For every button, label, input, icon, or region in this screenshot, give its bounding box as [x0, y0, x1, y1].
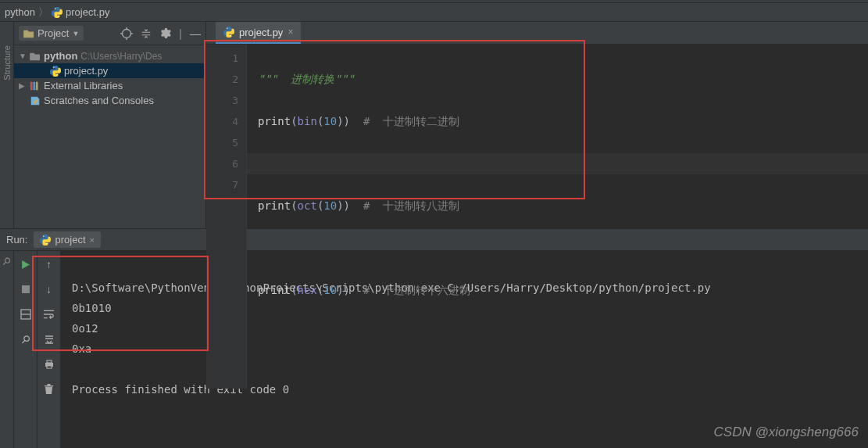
- line-number: 4: [206, 111, 238, 132]
- folder-icon: [30, 52, 41, 61]
- breadcrumb-sep: 〉: [38, 5, 48, 20]
- code-comment: # 十进制转十六进制: [350, 284, 470, 296]
- svg-rect-9: [30, 81, 33, 90]
- pin-icon[interactable]: ⚲: [0, 255, 13, 269]
- code-token: 10: [323, 115, 337, 127]
- project-tree[interactable]: ▼ python C:\Users\Harry\Des project.py ▶…: [14, 45, 205, 111]
- line-number: 1: [206, 48, 238, 69]
- root-folder-label: python: [44, 50, 77, 62]
- close-run-tab-icon[interactable]: ×: [90, 235, 95, 245]
- code-token: hex: [298, 284, 317, 296]
- run-toolbar-primary: ⚲: [14, 251, 38, 448]
- code-content[interactable]: """ 进制转换""" print(bin(10)) # 十进制转二进制 pri…: [247, 45, 868, 389]
- code-token: )): [337, 115, 350, 127]
- line-number: 6: [206, 153, 238, 174]
- line-number: 7: [206, 174, 238, 195]
- project-view-selector[interactable]: Project ▼: [19, 26, 84, 41]
- tree-scratches[interactable]: ▶ Scratches and Consoles: [14, 93, 205, 108]
- tree-external-libraries[interactable]: ▶ External Libraries: [14, 78, 205, 93]
- svg-point-12: [227, 27, 227, 28]
- code-token: bin: [298, 115, 317, 127]
- svg-point-2: [123, 29, 131, 38]
- project-tool-window: Project ▼ | — ▼: [14, 22, 206, 228]
- scratches-label: Scratches and Consoles: [44, 95, 154, 106]
- svg-rect-21: [47, 366, 52, 368]
- code-token: print: [258, 284, 291, 296]
- code-token: 10: [323, 199, 337, 212]
- editor-tab-project-py[interactable]: project.py ×: [216, 22, 301, 44]
- project-panel-header: Project ▼ | —: [14, 22, 205, 45]
- code-token: (: [291, 115, 297, 127]
- rerun-icon[interactable]: [19, 257, 33, 271]
- tree-root[interactable]: ▼ python C:\Users\Harry\Des: [14, 48, 205, 63]
- project-icon: [23, 29, 34, 38]
- breadcrumb-root[interactable]: python: [5, 6, 35, 18]
- line-number-gutter: 1 2 3 4 5 6 7: [206, 45, 247, 389]
- svg-rect-11: [36, 81, 38, 90]
- run-left-stripe: ⚲: [0, 251, 14, 448]
- code-token: print: [258, 199, 291, 212]
- print-icon[interactable]: [42, 357, 56, 371]
- code-token: print: [258, 115, 291, 127]
- breadcrumb-file[interactable]: project.py: [66, 6, 109, 18]
- expander-icon[interactable]: ▶: [19, 81, 27, 90]
- external-libs-label: External Libraries: [44, 80, 123, 91]
- left-tool-stripe: Structure: [0, 22, 14, 228]
- svg-rect-20: [47, 360, 52, 363]
- line-number: 2: [206, 69, 238, 90]
- root-folder-path: C:\Users\Harry\Des: [80, 51, 162, 62]
- python-file-icon: [223, 27, 234, 38]
- scratches-icon: [30, 95, 41, 106]
- console-line: 0o12: [72, 322, 98, 335]
- breadcrumb: python 〉 project.py: [0, 3, 868, 22]
- docstring-quote: """: [258, 73, 277, 85]
- code-comment: # 十进制转二进制: [350, 115, 459, 127]
- code-token: (: [291, 284, 297, 296]
- stop-icon[interactable]: [19, 282, 33, 296]
- svg-point-8: [56, 74, 57, 75]
- collapse-all-icon[interactable]: [141, 28, 152, 39]
- svg-rect-16: [22, 285, 30, 293]
- editor-area: project.py × 1 2 3 4 5 6 7 """ 进制转换""" p…: [206, 22, 868, 228]
- python-file-icon: [50, 66, 61, 77]
- down-arrow-icon[interactable]: ↓: [42, 282, 56, 296]
- delete-icon[interactable]: [42, 382, 56, 396]
- run-config-label: project: [55, 234, 85, 246]
- structure-tool-button[interactable]: Structure: [2, 45, 12, 81]
- svg-point-15: [47, 243, 48, 244]
- project-view-label: Project: [38, 27, 69, 39]
- hide-panel-icon[interactable]: —: [190, 27, 201, 40]
- locate-icon[interactable]: [120, 27, 133, 40]
- run-toolbar-secondary: ↑ ↓: [38, 251, 61, 448]
- svg-rect-10: [33, 81, 35, 90]
- svg-point-7: [53, 66, 54, 67]
- dropdown-arrow-icon: ▼: [72, 30, 79, 38]
- up-arrow-icon[interactable]: ↑: [42, 257, 56, 271]
- docstring-quote: """: [334, 73, 354, 85]
- console-line: 0xa: [72, 342, 91, 355]
- svg-point-13: [230, 35, 230, 36]
- scroll-to-end-icon[interactable]: [42, 332, 56, 346]
- svg-point-0: [55, 8, 55, 9]
- code-comment: # 十进制转八进制: [350, 199, 459, 212]
- svg-point-14: [44, 235, 45, 236]
- code-token: 10: [323, 284, 337, 296]
- run-label: Run:: [6, 234, 27, 246]
- code-editor[interactable]: 1 2 3 4 5 6 7 """ 进制转换""" print(bin(10))…: [206, 45, 868, 389]
- close-tab-icon[interactable]: ×: [288, 27, 293, 38]
- code-token: )): [337, 199, 350, 212]
- code-token: (: [291, 199, 297, 212]
- expander-icon[interactable]: ▼: [19, 52, 27, 60]
- pin-icon[interactable]: ⚲: [16, 329, 35, 349]
- python-file-icon: [40, 235, 51, 246]
- layout-icon[interactable]: [19, 307, 33, 321]
- line-number: 3: [206, 90, 238, 111]
- tree-file-label: project.py: [64, 65, 108, 77]
- run-config-tab[interactable]: project ×: [34, 231, 100, 248]
- tree-file-project-py[interactable]: project.py: [14, 63, 205, 78]
- code-token: )): [337, 284, 350, 296]
- soft-wrap-icon[interactable]: [42, 307, 56, 321]
- gear-icon[interactable]: [159, 27, 171, 39]
- docstring-text: 进制转换: [277, 73, 334, 85]
- external-libs-icon: [30, 81, 41, 91]
